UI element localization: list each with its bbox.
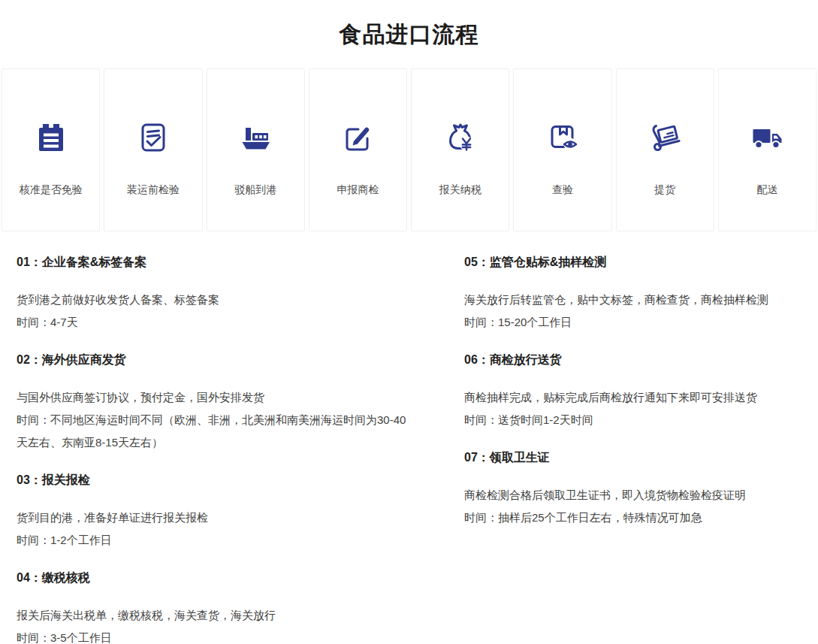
section-07: 07：领取卫生证 商检检测合格后领取卫生证书，即入境货物检验检疫证明 时间：抽样… bbox=[464, 449, 800, 529]
section-heading: 01：企业备案&标签备案 bbox=[17, 254, 412, 271]
details-column-right: 05：监管仓贴标&抽样检测 海关放行后转监管仓，贴中文标签，商检查货，商检抽样检… bbox=[464, 236, 818, 644]
section-heading: 06：商检放行送货 bbox=[464, 352, 800, 368]
process-details: 01：企业备案&标签备案 货到港之前做好收发货人备案、标签备案 时间：4-7天 … bbox=[0, 236, 818, 644]
section-heading: 05：监管仓贴标&抽样检测 bbox=[464, 254, 800, 271]
section-time: 时间：1-2个工作日 bbox=[17, 529, 412, 552]
step-card-customs-tax: 报关纳税 bbox=[411, 68, 509, 231]
section-description: 商检抽样完成，贴标完成后商检放行通知下来即可安排送货 bbox=[464, 386, 800, 409]
ship-icon bbox=[237, 119, 274, 156]
edit-document-icon bbox=[339, 119, 376, 156]
section-06: 06：商检放行送货 商检抽样完成，贴标完成后商检放行通知下来即可安排送货 时间：… bbox=[464, 352, 800, 431]
section-time: 时间：4-7天 bbox=[17, 311, 412, 334]
step-card-preshipment-inspection: 装运前检验 bbox=[104, 68, 202, 231]
section-description: 海关放行后转监管仓，贴中文标签，商检查货，商检抽样检测 bbox=[464, 289, 800, 311]
section-description: 商检检测合格后领取卫生证书，即入境货物检验检疫证明 bbox=[464, 484, 800, 506]
section-time: 时间：送货时间1-2天时间 bbox=[464, 409, 800, 431]
section-description: 报关后海关出税单，缴税核税，海关查货，海关放行 bbox=[17, 604, 412, 627]
section-time: 时间：3-5个工作日 bbox=[17, 627, 412, 644]
page-title: 食品进口流程 bbox=[0, 20, 818, 50]
section-heading: 07：领取卫生证 bbox=[464, 449, 800, 466]
section-time: 时间：不同地区海运时间不同（欧洲、非洲，北美洲和南美洲海运时间为30-40天左右… bbox=[17, 409, 412, 454]
section-03: 03：报关报检 货到目的港，准备好单证进行报关报检 时间：1-2个工作日 bbox=[17, 472, 412, 552]
step-label: 装运前检验 bbox=[127, 183, 180, 197]
hand-truck-icon bbox=[646, 119, 684, 156]
package-eye-icon bbox=[544, 119, 581, 156]
step-card-pickup: 提货 bbox=[616, 68, 714, 231]
step-card-delivery: 配送 bbox=[718, 68, 816, 231]
section-heading: 02：海外供应商发货 bbox=[17, 352, 412, 368]
step-label: 配送 bbox=[756, 183, 777, 197]
section-heading: 04：缴税核税 bbox=[17, 570, 412, 586]
step-label: 提货 bbox=[654, 183, 675, 197]
checklist-icon bbox=[134, 119, 172, 156]
section-01: 01：企业备案&标签备案 货到港之前做好收发货人备案、标签备案 时间：4-7天 bbox=[17, 254, 412, 334]
details-column-left: 01：企业备案&标签备案 货到港之前做好收发货人备案、标签备案 时间：4-7天 … bbox=[17, 236, 464, 644]
clipboard-icon bbox=[32, 119, 70, 156]
delivery-truck-icon bbox=[748, 119, 786, 156]
section-time: 时间：抽样后25个工作日左右，特殊情况可加急 bbox=[464, 506, 800, 529]
section-time: 时间：15-20个工作日 bbox=[464, 311, 800, 334]
section-heading: 03：报关报检 bbox=[17, 472, 412, 488]
step-card-declare-inspection: 申报商检 bbox=[309, 68, 407, 231]
process-steps-row: 核准是否免验 装运前检验 驳船到港 bbox=[2, 68, 816, 231]
step-card-barge-arrival: 驳船到港 bbox=[207, 68, 305, 231]
step-label: 查验 bbox=[552, 183, 573, 197]
section-description: 与国外供应商签订协议，预付定金，国外安排发货 bbox=[17, 386, 412, 409]
section-05: 05：监管仓贴标&抽样检测 海关放行后转监管仓，贴中文标签，商检查货，商检抽样检… bbox=[464, 254, 800, 334]
step-label: 申报商检 bbox=[337, 183, 379, 197]
step-card-inspection: 查验 bbox=[513, 68, 611, 231]
step-label: 驳船到港 bbox=[234, 183, 276, 197]
section-description: 货到港之前做好收发货人备案、标签备案 bbox=[17, 289, 412, 311]
step-label: 报关纳税 bbox=[439, 183, 481, 197]
step-card-approval: 核准是否免验 bbox=[2, 68, 100, 231]
step-label: 核准是否免验 bbox=[20, 183, 83, 197]
money-bag-yuan-icon bbox=[442, 119, 479, 156]
section-04: 04：缴税核税 报关后海关出税单，缴税核税，海关查货，海关放行 时间：3-5个工… bbox=[17, 570, 412, 644]
section-02: 02：海外供应商发货 与国外供应商签订协议，预付定金，国外安排发货 时间：不同地… bbox=[17, 352, 412, 454]
section-description: 货到目的港，准备好单证进行报关报检 bbox=[17, 506, 412, 529]
